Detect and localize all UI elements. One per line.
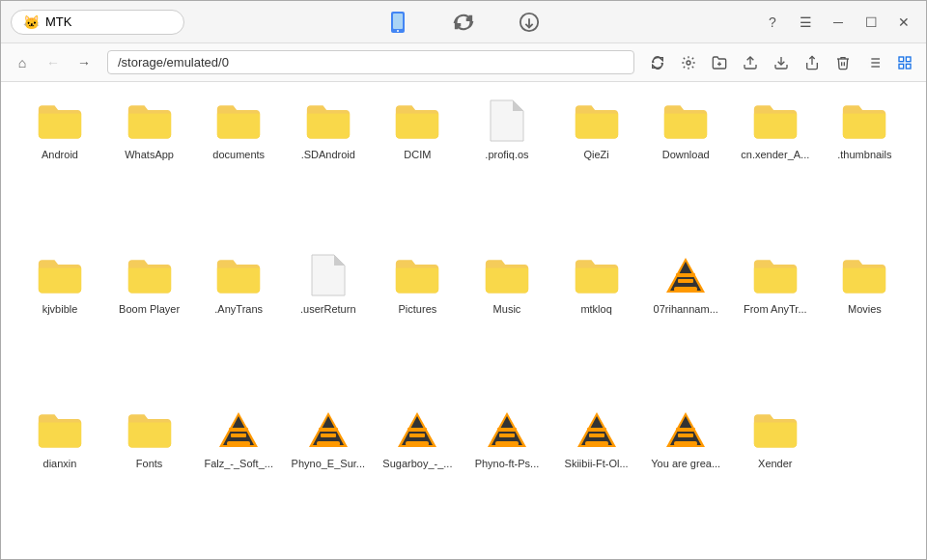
file-item[interactable]: Music	[464, 246, 550, 397]
file-item[interactable]: Sugarboy_-_...	[374, 401, 461, 551]
minimize-button[interactable]: ─	[826, 10, 851, 35]
file-item[interactable]: QieZi	[553, 92, 640, 242]
svg-rect-16	[899, 57, 904, 62]
file-name: Falz_-_Soft_...	[204, 457, 273, 470]
svg-rect-1	[393, 14, 403, 29]
svg-rect-29	[231, 434, 246, 437]
file-item[interactable]: documents	[195, 92, 282, 242]
file-name: Download	[662, 148, 710, 161]
download-file-button[interactable]	[768, 49, 795, 76]
maximize-button[interactable]: ☐	[858, 10, 884, 35]
file-item[interactable]: .SDAndroid	[285, 92, 372, 242]
file-item[interactable]: Xender	[732, 401, 819, 551]
share-button[interactable]	[799, 49, 826, 76]
file-icon	[662, 406, 709, 453]
home-button[interactable]: ⌂	[9, 49, 36, 76]
file-name: .SDAndroid	[301, 148, 355, 161]
upload-button[interactable]	[737, 49, 764, 76]
file-name: dianxin	[43, 457, 77, 470]
file-icon	[484, 406, 530, 453]
svg-rect-43	[497, 428, 517, 432]
svg-rect-38	[407, 428, 427, 432]
svg-rect-17	[906, 57, 911, 62]
file-item[interactable]: .profiq.os	[464, 92, 550, 242]
file-item[interactable]: DCIM	[374, 92, 461, 242]
file-icon	[37, 406, 83, 453]
file-name: .thumbnails	[837, 148, 891, 161]
file-item[interactable]: kjvbible	[16, 246, 103, 397]
list-view-button[interactable]	[860, 49, 887, 76]
file-item[interactable]: mtkloq	[553, 246, 640, 397]
file-item[interactable]: From AnyTr...	[732, 246, 819, 397]
toolbar-actions	[644, 49, 918, 76]
file-icon	[126, 98, 173, 144]
svg-rect-24	[678, 279, 693, 283]
path-bar[interactable]: /storage/emulated/0	[107, 50, 634, 74]
help-button[interactable]: ?	[760, 10, 785, 35]
close-button[interactable]: ✕	[891, 10, 916, 35]
svg-rect-44	[499, 434, 515, 437]
menu-button[interactable]: ☰	[793, 10, 818, 35]
file-name: Phyno_E_Sur...	[292, 457, 365, 470]
file-name: DCIM	[404, 148, 431, 161]
file-item[interactable]: Download	[642, 92, 729, 242]
phone-icon[interactable]	[384, 9, 411, 36]
file-icon	[305, 406, 351, 453]
file-icon	[37, 252, 83, 298]
file-icon	[484, 252, 530, 298]
download-icon[interactable]	[516, 9, 543, 36]
file-item[interactable]: WhatsApp	[106, 92, 193, 242]
file-name: 07rihannam...	[654, 302, 718, 316]
file-item[interactable]: Android	[16, 92, 103, 242]
search-input[interactable]	[45, 14, 161, 29]
file-item[interactable]: Movies	[821, 246, 908, 397]
file-item[interactable]: Pictures	[374, 246, 461, 397]
file-item[interactable]: You are grea...	[642, 401, 729, 551]
svg-rect-37	[406, 441, 429, 446]
file-name: Music	[493, 302, 521, 316]
file-item[interactable]: Phyno-ft-Ps...	[464, 401, 550, 551]
title-bar: 🐱 ? ☰ ─ ☐ ✕	[1, 1, 926, 43]
file-name: QieZi	[583, 148, 608, 161]
file-name: From AnyTr...	[744, 302, 807, 316]
svg-rect-23	[676, 273, 695, 277]
file-name: Sugarboy_-_...	[382, 457, 452, 470]
file-icon	[37, 98, 83, 144]
file-item[interactable]: 07rihannam...	[642, 246, 729, 397]
svg-rect-33	[319, 428, 338, 432]
file-icon	[752, 98, 799, 144]
file-name: Phyno-ft-Ps...	[475, 457, 540, 470]
file-icon	[215, 252, 262, 298]
delete-button[interactable]	[829, 49, 857, 76]
grid-view-button[interactable]	[891, 49, 918, 76]
file-item[interactable]: .AnyTrans	[195, 246, 282, 397]
forward-button[interactable]: →	[70, 49, 98, 76]
file-icon	[126, 406, 173, 453]
file-item[interactable]: Boom Player	[106, 246, 193, 397]
file-item[interactable]: Phyno_E_Sur...	[285, 401, 372, 551]
file-icon	[841, 252, 887, 298]
file-item[interactable]: .userReturn	[285, 246, 372, 397]
file-item[interactable]: cn.xender_A...	[732, 92, 819, 242]
settings-button[interactable]	[675, 49, 702, 76]
refresh-button[interactable]	[644, 49, 671, 76]
file-name: .userReturn	[300, 302, 355, 316]
svg-rect-32	[317, 441, 340, 446]
file-item[interactable]: dianxin	[16, 401, 103, 551]
file-icon	[841, 98, 887, 144]
file-icon	[394, 252, 440, 298]
back-button[interactable]: ←	[40, 49, 67, 76]
file-item[interactable]: Fonts	[106, 401, 193, 551]
file-item[interactable]: Skiibii-Ft-Ol...	[553, 401, 640, 551]
file-item[interactable]: .thumbnails	[821, 92, 908, 242]
file-icon	[484, 98, 530, 144]
svg-rect-47	[585, 441, 608, 446]
new-folder-button[interactable]	[706, 49, 733, 76]
search-box[interactable]: 🐱	[11, 10, 184, 35]
file-item[interactable]: Falz_-_Soft_...	[195, 401, 282, 551]
file-name: You are grea...	[651, 457, 720, 470]
svg-rect-39	[409, 434, 425, 437]
sync-icon[interactable]	[450, 9, 477, 36]
svg-rect-52	[674, 441, 697, 446]
toolbar: ⌂ ← → /storage/emulated/0	[1, 43, 926, 82]
